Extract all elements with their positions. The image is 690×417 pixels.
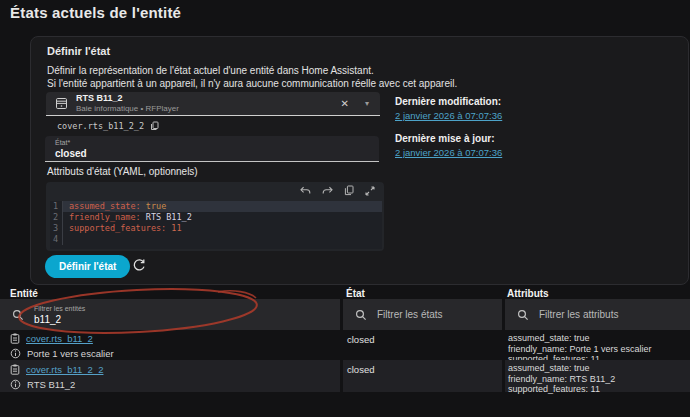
yaml-editor-toolbar bbox=[300, 185, 375, 196]
search-icon bbox=[517, 309, 529, 321]
attribute-line: friendly_name: RTS B11_2 bbox=[508, 374, 690, 385]
yaml-value: RTS B11_2 bbox=[146, 212, 192, 222]
table-row-state-cell: closed bbox=[343, 330, 502, 359]
set-state-card: Définir l'état Définir la représentation… bbox=[30, 36, 689, 285]
yaml-key: assumed_state: bbox=[69, 201, 141, 211]
last-changed-link[interactable]: 2 janvier 2026 à 07:07:36 bbox=[395, 110, 502, 121]
column-header-state: État bbox=[346, 288, 365, 299]
table-row-state-cell: closed bbox=[343, 360, 502, 392]
yaml-line: 3 supported_features: 11 bbox=[50, 223, 382, 234]
card-title: Définir l'état bbox=[47, 45, 110, 57]
filter-entities-stack: Filtrer les entités b11_2 bbox=[34, 305, 85, 325]
attribute-line: assumed_state: true bbox=[508, 333, 690, 344]
entity-link[interactable]: cover.rts_b11_2_2 bbox=[26, 364, 103, 375]
picker-texts: RTS B11_2 Baie informatique • RFPlayer bbox=[76, 94, 179, 113]
last-updated-link[interactable]: 2 janvier 2026 à 07:07:36 bbox=[395, 147, 502, 158]
filter-states-placeholder: Filtrer les états bbox=[377, 309, 443, 320]
entity-friendly-name: Porte 1 vers escalier bbox=[27, 348, 114, 359]
column-header-attributes: Attributs bbox=[507, 288, 549, 299]
set-state-button[interactable]: Définir l'état bbox=[45, 255, 130, 278]
filter-entities-input[interactable]: Filtrer les entités b11_2 bbox=[0, 299, 340, 330]
yaml-line: 4 bbox=[50, 234, 382, 245]
entity-picker[interactable]: RTS B11_2 Baie informatique • RFPlayer ✕… bbox=[46, 92, 380, 116]
table-row-entity-cell: cover.rts_b11_2_2 RTS B11_2 bbox=[0, 360, 340, 392]
entity-id-text: cover.rts_b11_2_2 bbox=[57, 121, 144, 131]
undo-icon[interactable] bbox=[300, 186, 311, 195]
line-number: 1 bbox=[50, 201, 63, 212]
clear-icon[interactable]: ✕ bbox=[341, 98, 349, 109]
table-row-attributes-cell: assumed_state: true friendly_name: RTS B… bbox=[505, 360, 690, 392]
description-line-2: Si l'entité appartient à un appareil, il… bbox=[47, 77, 457, 90]
search-icon bbox=[12, 309, 24, 321]
filter-entities-value: b11_2 bbox=[34, 314, 85, 325]
yaml-line-content bbox=[63, 234, 382, 245]
copy-icon[interactable] bbox=[150, 121, 159, 131]
yaml-line: 2 friendly_name: RTS B11_2 bbox=[50, 212, 382, 223]
attribute-line: assumed_state: true bbox=[508, 363, 690, 374]
state-input-label: État* bbox=[55, 139, 70, 146]
line-number: 3 bbox=[50, 223, 63, 234]
yaml-key: supported_features: bbox=[69, 223, 166, 233]
filter-states-input[interactable]: Filtrer les états bbox=[343, 299, 502, 330]
redo-icon[interactable] bbox=[322, 186, 333, 195]
state-input[interactable]: État* closed bbox=[45, 136, 379, 162]
filter-attributes-input[interactable]: Filtrer les attributs bbox=[505, 299, 690, 330]
clipboard-text-icon[interactable] bbox=[10, 364, 20, 375]
entity-id-row: cover.rts_b11_2_2 bbox=[57, 121, 159, 131]
filter-attributes-placeholder: Filtrer les attributs bbox=[539, 309, 618, 320]
picker-entity-subtitle: Baie informatique • RFPlayer bbox=[76, 105, 179, 113]
filter-entities-label: Filtrer les entités bbox=[34, 305, 85, 312]
entity-friendly-name: RTS B11_2 bbox=[27, 379, 75, 390]
entity-state: closed bbox=[343, 330, 502, 345]
refresh-icon[interactable] bbox=[132, 258, 146, 272]
yaml-line-content: supported_features: 11 bbox=[63, 223, 382, 234]
picker-entity-name: RTS B11_2 bbox=[76, 94, 179, 103]
table-row-attributes-cell: assumed_state: true friendly_name: Porte… bbox=[505, 330, 690, 359]
yaml-line-content: friendly_name: RTS B11_2 bbox=[63, 212, 382, 223]
table-row-entity-cell: cover.rts_b11_2 Porte 1 vers escalier bbox=[0, 330, 340, 359]
chevron-down-icon[interactable]: ▾ bbox=[365, 99, 369, 108]
shutter-icon bbox=[55, 97, 68, 110]
yaml-code-area[interactable]: 1 assumed_state: true 2 friendly_name: R… bbox=[50, 201, 382, 249]
yaml-value: 11 bbox=[171, 223, 181, 233]
yaml-line: 1 assumed_state: true bbox=[50, 201, 382, 212]
yaml-value: true bbox=[146, 201, 166, 211]
yaml-key: friendly_name: bbox=[69, 212, 141, 222]
info-icon[interactable] bbox=[10, 379, 21, 390]
attribute-line: friendly_name: Porte 1 vers escalier bbox=[508, 344, 690, 355]
expand-icon[interactable] bbox=[365, 186, 375, 196]
info-icon[interactable] bbox=[10, 348, 21, 359]
entity-state: closed bbox=[343, 360, 502, 375]
clipboard-text-icon[interactable] bbox=[10, 333, 20, 344]
description-line-1: Définir la représentation de l'état actu… bbox=[47, 64, 457, 77]
yaml-attributes-label: Attributs d'état (YAML, optionnels) bbox=[47, 166, 198, 177]
timestamps-block: Dernière modification: 2 janvier 2026 à … bbox=[395, 96, 502, 170]
page-title: États actuels de l'entité bbox=[10, 4, 181, 21]
line-number: 4 bbox=[50, 234, 63, 245]
line-number: 2 bbox=[50, 212, 63, 223]
search-icon bbox=[355, 309, 367, 321]
last-changed-label: Dernière modification: bbox=[395, 96, 502, 107]
entity-link[interactable]: cover.rts_b11_2 bbox=[26, 333, 93, 344]
card-description: Définir la représentation de l'état actu… bbox=[47, 64, 457, 90]
state-input-value: closed bbox=[55, 148, 87, 159]
attribute-line: supported_features: 11 bbox=[508, 384, 690, 395]
last-updated-label: Dernière mise à jour: bbox=[395, 133, 502, 144]
yaml-line-content: assumed_state: true bbox=[63, 201, 382, 212]
yaml-editor[interactable]: 1 assumed_state: true 2 friendly_name: R… bbox=[46, 182, 384, 251]
column-header-entity: Entité bbox=[10, 288, 38, 299]
copy-contents-icon[interactable] bbox=[344, 185, 354, 196]
